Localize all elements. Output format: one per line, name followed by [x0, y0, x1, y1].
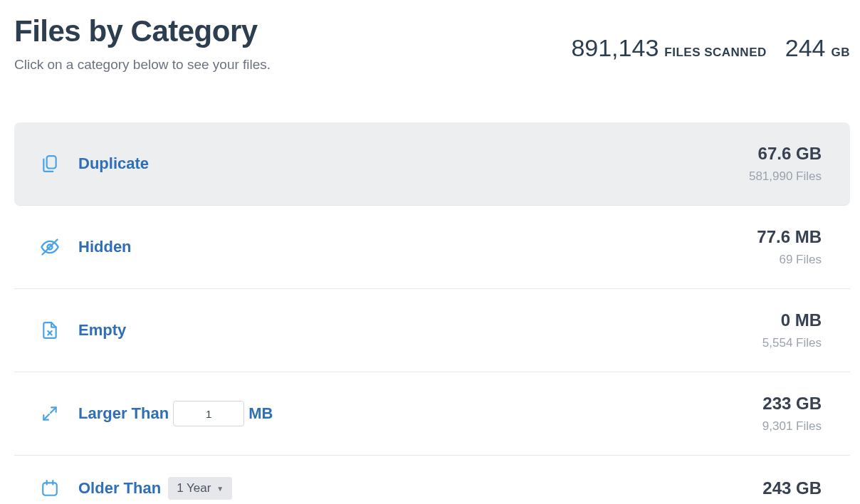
- category-name-prefix: Older Than: [78, 479, 161, 498]
- header-left: Files by Category Click on a category be…: [14, 14, 271, 73]
- expand-icon: [40, 404, 60, 424]
- category-size: 77.6 MB: [757, 227, 822, 247]
- files-scanned-count: 891,143: [571, 34, 659, 62]
- category-right: 0 MB 5,554 Files: [762, 310, 822, 350]
- header: Files by Category Click on a category be…: [14, 14, 850, 73]
- total-size-count: 244: [785, 34, 826, 62]
- svg-rect-5: [43, 483, 57, 495]
- category-size: 233 GB: [762, 394, 822, 414]
- hidden-icon: [40, 237, 60, 257]
- category-left: Duplicate: [40, 154, 149, 174]
- files-scanned-label: FILES SCANNED: [664, 46, 766, 60]
- larger-than-controls: Larger Than MB: [78, 401, 273, 426]
- categories-list: Duplicate 67.6 GB 581,990 Files Hidden: [14, 122, 850, 500]
- chevron-down-icon: ▼: [216, 485, 224, 493]
- page-title: Files by Category: [14, 14, 271, 48]
- category-left: Larger Than MB: [40, 401, 273, 426]
- age-dropdown[interactable]: 1 Year ▼: [168, 477, 232, 500]
- category-files: 9,301 Files: [762, 419, 822, 434]
- category-right: 67.6 GB 581,990 Files: [749, 144, 822, 184]
- category-row-duplicate[interactable]: Duplicate 67.6 GB 581,990 Files: [14, 122, 850, 206]
- category-size: 0 MB: [781, 310, 822, 330]
- duplicate-icon: [40, 154, 60, 174]
- category-row-larger-than[interactable]: Larger Than MB 233 GB 9,301 Files: [14, 372, 850, 456]
- category-left: Hidden: [40, 237, 132, 257]
- category-left: Older Than 1 Year ▼: [40, 477, 232, 500]
- category-size: 67.6 GB: [758, 144, 822, 164]
- category-files: 69 Files: [779, 253, 822, 267]
- category-files: 5,554 Files: [762, 336, 822, 350]
- svg-rect-0: [47, 156, 56, 168]
- size-threshold-input[interactable]: [173, 401, 244, 426]
- calendar-icon: [40, 478, 60, 498]
- category-right: 77.6 MB 69 Files: [757, 227, 822, 267]
- category-files: 581,990 Files: [749, 169, 822, 184]
- unit-label: MB: [248, 404, 273, 423]
- category-left: Empty: [40, 320, 126, 340]
- category-name-prefix: Larger Than: [78, 404, 169, 423]
- category-name: Empty: [78, 321, 126, 340]
- header-stats: 891,143 FILES SCANNED 244 GB: [571, 14, 850, 62]
- category-name: Duplicate: [78, 154, 149, 173]
- category-name: Hidden: [78, 238, 132, 256]
- dropdown-value: 1 Year: [177, 481, 211, 495]
- category-row-older-than[interactable]: Older Than 1 Year ▼ 243 GB: [14, 456, 850, 500]
- category-row-empty[interactable]: Empty 0 MB 5,554 Files: [14, 289, 850, 372]
- category-size: 243 GB: [762, 478, 822, 498]
- category-row-hidden[interactable]: Hidden 77.6 MB 69 Files: [14, 206, 850, 289]
- page-subtitle: Click on a category below to see your fi…: [14, 57, 271, 73]
- older-than-controls: Older Than 1 Year ▼: [78, 477, 232, 500]
- category-right: 243 GB: [762, 478, 822, 498]
- category-right: 233 GB 9,301 Files: [762, 394, 822, 434]
- total-size-label: GB: [832, 46, 851, 60]
- empty-file-icon: [40, 320, 60, 340]
